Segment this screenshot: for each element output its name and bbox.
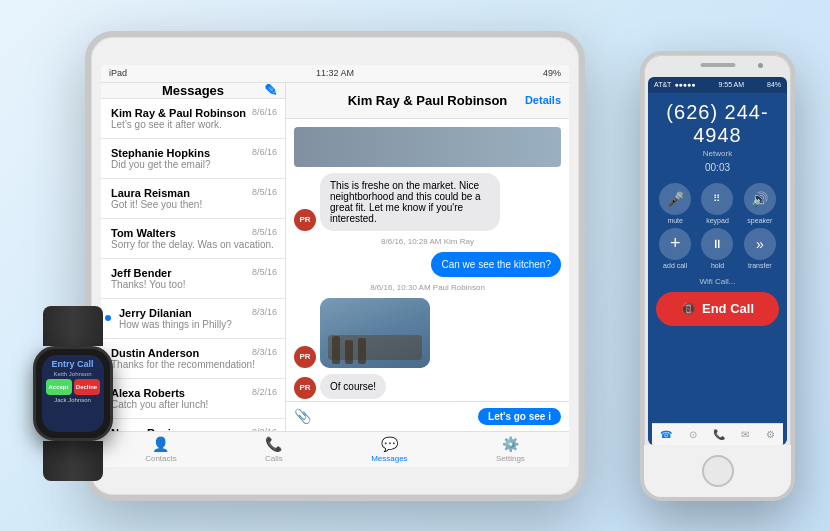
avatar: PR [294,209,316,231]
nav-calls-icon[interactable]: 📞 [713,429,725,440]
scene: iPad 11:32 AM 49% Messages ✎ Kim Ray & P… [5,11,825,521]
watch-accept-button[interactable]: Accept [46,379,72,395]
contacts-icon: 👤 [152,436,169,452]
chat-details-link[interactable]: Details [525,94,561,106]
ipad-device: iPad 11:32 AM 49% Messages ✎ Kim Ray & P… [85,31,585,501]
speaker-icon: 🔊 [744,183,776,215]
watch-contact-2: Jack Johnson [42,395,104,405]
transfer-button[interactable]: » transfer [741,228,779,269]
chat-header-image [294,127,561,167]
messages-title: Messages [162,83,224,98]
message-bubble-outgoing: Can we see the kitchen? [431,252,561,277]
watch-body: Entry Call Keith Johnson Accept Decline … [33,346,113,441]
message-bubble-incoming: This is freshe on the market. Nice neigh… [320,173,500,231]
wifi-call-label: Wifi Call... [648,273,787,290]
messages-header: Messages ✎ [101,83,285,99]
ipad-left-status: iPad [109,68,127,78]
list-item[interactable]: Jeff Bender Thanks! You too! 8/5/16 [101,259,285,299]
home-button[interactable] [702,455,734,487]
avatar: PR [294,346,316,368]
ipad-tab-bar: 👤 Contacts 📞 Calls 💬 Messages ⚙️ Setting… [101,431,569,467]
message-timestamp: 8/6/16, 10:30 AM Paul Robinson [294,283,561,292]
list-item[interactable]: Kim Ray & Paul Robinson Let's go see it … [101,99,285,139]
watch-decline-button[interactable]: Decline [74,379,100,395]
speaker-button[interactable]: 🔊 speaker [741,183,779,224]
chat-header: Kim Ray & Paul Robinson Details [286,83,569,119]
iphone-speaker [700,63,735,67]
hold-icon: ⏸ [701,228,733,260]
apple-watch: Entry Call Keith Johnson Accept Decline … [15,306,130,491]
transfer-icon: » [744,228,776,260]
attachment-icon[interactable]: 📎 [294,408,311,424]
nav-active-icon[interactable]: ☎ [660,429,672,440]
iphone-camera [758,63,763,68]
watch-band-bottom [43,441,103,481]
tab-settings[interactable]: ⚙️ Settings [496,436,525,463]
chat-message-row: PR Of course! [294,374,561,399]
watch-screen: Entry Call Keith Johnson Accept Decline … [42,355,104,432]
hold-button[interactable]: ⏸ hold [698,228,736,269]
nav-messages-icon[interactable]: ✉ [741,429,749,440]
call-duration: 00:03 [648,162,787,179]
watch-crown [110,379,113,397]
mute-icon: 🎤 [659,183,691,215]
messages-icon: 💬 [381,436,398,452]
carrier-name: AT&T [654,81,671,88]
end-call-button[interactable]: 📵 End Call [656,292,779,326]
send-button[interactable]: Let's go see i [478,408,561,425]
message-timestamp: 8/6/16, 10:28 AM Kim Ray [294,237,561,246]
avatar: PR [294,377,316,399]
keypad-icon: ⠿ [701,183,733,215]
ipad-screen: iPad 11:32 AM 49% Messages ✎ Kim Ray & P… [101,65,569,467]
ipad-body: Messages ✎ Kim Ray & Paul Robinson Let's… [101,83,569,431]
tab-messages[interactable]: 💬 Messages [371,436,407,463]
list-item[interactable]: Stephanie Hopkins Did you get the email?… [101,139,285,179]
iphone-bottom-nav: ☎ ⊙ 📞 ✉ ⚙ [652,423,783,445]
settings-icon: ⚙️ [502,436,519,452]
add-call-button[interactable]: + add call [656,228,694,269]
call-number-display: (626) 244-4948 [648,93,787,149]
calls-icon: 📞 [265,436,282,452]
end-call-label: End Call [702,301,754,316]
add-call-icon: + [659,228,691,260]
ipad-status-bar: iPad 11:32 AM 49% [101,65,569,83]
watch-call-label: Entry Call [42,355,104,371]
iphone-status-bar: AT&T ●●●●● 9:55 AM 84% [648,77,787,93]
chat-message-row: PR This is freshe on the market. Nice ne… [294,173,561,231]
nav-settings-icon[interactable]: ⚙ [766,429,775,440]
iphone-device: AT&T ●●●●● 9:55 AM 84% (626) 244-4948 Ne… [640,51,795,501]
chat-message-row: Can we see the kitchen? [294,252,561,277]
iphone-time: 9:55 AM [718,81,744,88]
network-label: Network [648,149,787,162]
iphone-screen: AT&T ●●●●● 9:55 AM 84% (626) 244-4948 Ne… [648,77,787,445]
list-item[interactable]: Tom Walters Sorry for the delay. Was on … [101,219,285,259]
chat-input-bar: 📎 Let's go see i [286,401,569,431]
call-buttons-grid: 🎤 mute ⠿ keypad 🔊 speaker + add call ⏸ [648,179,787,273]
tab-contacts[interactable]: 👤 Contacts [145,436,177,463]
chat-image-row: PR [294,298,561,368]
compose-icon[interactable]: ✎ [264,83,277,100]
carrier-info: AT&T ●●●●● [654,81,696,88]
iphone-battery: 84% [767,81,781,88]
list-item[interactable]: Laura Reisman Got it! See you then! 8/5/… [101,179,285,219]
chat-area: Kim Ray & Paul Robinson Details PR This … [286,83,569,431]
iphone-bottom-bar [644,445,791,497]
chat-contact-name: Kim Ray & Paul Robinson [348,93,508,108]
signal-dots: ●●●●● [674,81,695,88]
keypad-button[interactable]: ⠿ keypad [698,183,736,224]
ipad-time: 11:32 AM [316,68,354,78]
tab-calls[interactable]: 📞 Calls [265,436,283,463]
watch-contact-1: Keith Johnson [42,371,104,379]
phone-number: (626) 244-4948 [652,101,783,147]
chat-messages: PR This is freshe on the market. Nice ne… [286,119,569,401]
watch-buttons: Accept Decline [42,379,104,395]
nav-icon-2[interactable]: ⊙ [689,429,697,440]
chat-image [320,298,430,368]
phone-end-icon: 📵 [681,302,696,316]
ipad-battery: 49% [543,68,561,78]
mute-button[interactable]: 🎤 mute [656,183,694,224]
message-bubble: Of course! [320,374,386,399]
watch-band-top [43,306,103,346]
